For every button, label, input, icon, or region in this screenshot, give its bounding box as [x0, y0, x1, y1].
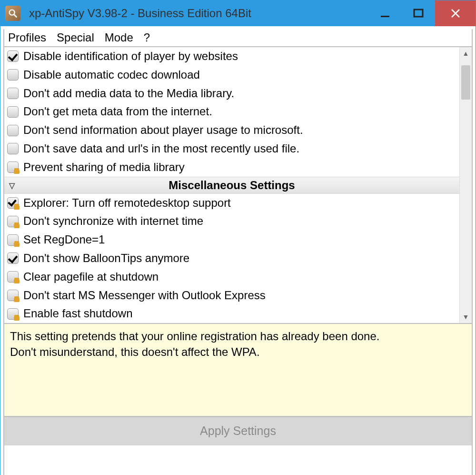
list-item[interactable]: Enable fast shutdown — [4, 304, 459, 323]
close-button[interactable] — [435, 0, 476, 26]
window-title: xp-AntiSpy V3.98-2 - Business Edition 64… — [29, 7, 368, 20]
checkbox-icon[interactable] — [7, 51, 19, 62]
menu-mode[interactable]: Mode — [105, 31, 133, 44]
info-line: Don't misunderstand, this doesn't affect… — [10, 344, 466, 360]
list-item-label: Disable automatic codec download — [23, 67, 200, 83]
list-item-label: Don't get meta data from the internet. — [23, 103, 212, 120]
checkbox-icon[interactable] — [7, 106, 19, 118]
vertical-scrollbar[interactable]: ▲ ▼ — [459, 47, 472, 323]
checkbox-locked-icon[interactable] — [7, 216, 19, 227]
minimize-button[interactable] — [368, 0, 402, 26]
svg-line-1 — [14, 15, 17, 18]
svg-point-0 — [10, 10, 15, 15]
list-item-label: Disable identification of player by webs… — [23, 48, 238, 65]
list-item-label: Clear pagefile at shutdown — [23, 269, 159, 285]
section-header[interactable]: ▽ Miscellaneous Settings — [4, 177, 459, 194]
menu-special[interactable]: Special — [57, 31, 94, 44]
apply-settings-button[interactable]: Apply Settings — [4, 417, 472, 445]
list-item[interactable]: Don't add media data to the Media librar… — [4, 84, 459, 103]
list-item[interactable]: Don't send information about player usag… — [4, 121, 459, 140]
checkbox-locked-icon[interactable] — [7, 234, 19, 246]
list-item[interactable]: Prevent sharing of media library — [4, 158, 459, 177]
list-item-label: Don't add media data to the Media librar… — [23, 85, 234, 102]
settings-list[interactable]: Disable identification of player by webs… — [4, 47, 459, 323]
list-item[interactable]: Explorer: Turn off remotedesktop support — [4, 194, 459, 212]
collapse-icon[interactable]: ▽ — [9, 181, 15, 190]
scrollbar-thumb[interactable] — [461, 65, 470, 100]
maximize-button[interactable] — [402, 0, 435, 26]
checkbox-icon[interactable] — [7, 125, 19, 136]
checkbox-locked-icon[interactable] — [7, 290, 19, 301]
content-area: Disable identification of player by webs… — [3, 47, 473, 475]
app-icon — [5, 6, 20, 21]
window-controls — [368, 0, 476, 26]
titlebar[interactable]: xp-AntiSpy V3.98-2 - Business Edition 64… — [0, 0, 476, 26]
list-item-label: Don't save data and url's in the most re… — [23, 141, 299, 157]
scroll-down-icon[interactable]: ▼ — [460, 311, 472, 323]
info-pane: This setting pretends that your online r… — [4, 324, 472, 417]
checkbox-icon[interactable] — [7, 253, 19, 264]
scroll-up-icon[interactable]: ▲ — [460, 47, 472, 60]
list-item[interactable]: Don't save data and url's in the most re… — [4, 140, 459, 158]
checkbox-locked-icon[interactable] — [7, 308, 19, 320]
list-item-label: Don't show BalloonTips anymore — [23, 250, 189, 267]
list-item[interactable]: Disable identification of player by webs… — [4, 47, 459, 66]
section-title: Miscellaneous Settings — [169, 179, 295, 192]
checkbox-locked-icon[interactable] — [7, 271, 19, 283]
list-item-label: Don't synchronize with internet time — [23, 213, 203, 230]
list-item[interactable]: Don't show BalloonTips anymore — [4, 249, 459, 268]
app-window: xp-AntiSpy V3.98-2 - Business Edition 64… — [0, 0, 476, 475]
checkbox-locked-icon[interactable] — [7, 162, 19, 173]
list-item-label: Prevent sharing of media library — [23, 159, 185, 176]
svg-rect-2 — [381, 16, 389, 17]
menubar: Profiles Special Mode ? — [3, 29, 473, 47]
list-item[interactable]: Set RegDone=1 — [4, 231, 459, 249]
list-item-label: Enable fast shutdown — [23, 305, 133, 322]
list-item[interactable]: Don't start MS Messenger with Outlook Ex… — [4, 286, 459, 305]
checkbox-icon[interactable] — [7, 88, 19, 99]
settings-list-wrap: Disable identification of player by webs… — [4, 47, 472, 324]
info-line: This setting pretends that your online r… — [10, 329, 466, 344]
svg-rect-3 — [414, 10, 423, 17]
checkbox-icon[interactable] — [7, 143, 19, 154]
list-item-label: Explorer: Turn off remotedesktop support — [23, 195, 231, 212]
list-item[interactable]: Don't synchronize with internet time — [4, 212, 459, 231]
checkbox-locked-checked-icon[interactable] — [7, 197, 19, 209]
menu-help[interactable]: ? — [144, 31, 150, 44]
list-item-label: Don't send information about player usag… — [23, 122, 303, 139]
list-item[interactable]: Disable automatic codec download — [4, 66, 459, 84]
list-item[interactable]: Clear pagefile at shutdown — [4, 268, 459, 286]
list-item[interactable]: Don't get meta data from the internet. — [4, 102, 459, 121]
checkbox-icon[interactable] — [7, 69, 19, 81]
list-item-label: Don't start MS Messenger with Outlook Ex… — [23, 287, 266, 304]
menu-profiles[interactable]: Profiles — [8, 31, 46, 44]
list-item-label: Set RegDone=1 — [23, 232, 105, 248]
